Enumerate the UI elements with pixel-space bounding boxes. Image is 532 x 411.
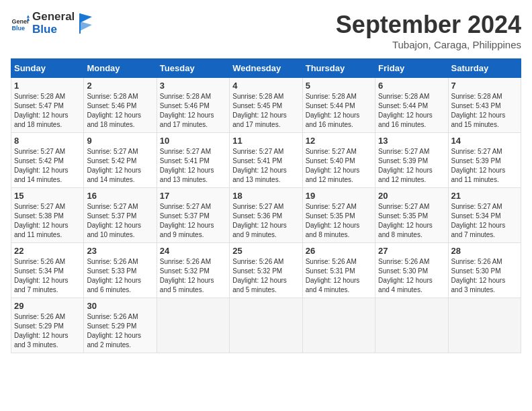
day-number: 5 (306, 81, 372, 91)
table-row: 4Sunrise: 5:28 AMSunset: 5:45 PMDaylight… (230, 78, 302, 133)
table-row: 2Sunrise: 5:28 AMSunset: 5:46 PMDaylight… (84, 78, 157, 133)
logo-general-text: General (32, 11, 75, 24)
day-info: Sunrise: 5:26 AMSunset: 5:29 PMDaylight:… (14, 312, 81, 350)
day-number: 2 (87, 81, 153, 91)
table-row: 28Sunrise: 5:26 AMSunset: 5:30 PMDayligh… (448, 243, 521, 298)
day-info: Sunrise: 5:27 AMSunset: 5:38 PMDaylight:… (14, 202, 81, 240)
col-saturday: Saturday (448, 59, 521, 78)
table-row (230, 298, 302, 353)
day-info: Sunrise: 5:26 AMSunset: 5:34 PMDaylight:… (14, 257, 81, 295)
table-row: 24Sunrise: 5:26 AMSunset: 5:32 PMDayligh… (157, 243, 229, 298)
day-number: 13 (378, 136, 445, 146)
day-info: Sunrise: 5:28 AMSunset: 5:43 PMDaylight:… (451, 92, 518, 130)
table-row: 12Sunrise: 5:27 AMSunset: 5:40 PMDayligh… (302, 133, 375, 188)
table-row: 14Sunrise: 5:27 AMSunset: 5:39 PMDayligh… (448, 133, 521, 188)
day-number: 28 (451, 246, 518, 256)
day-info: Sunrise: 5:28 AMSunset: 5:46 PMDaylight:… (160, 92, 226, 130)
table-row: 25Sunrise: 5:26 AMSunset: 5:32 PMDayligh… (230, 243, 302, 298)
day-info: Sunrise: 5:26 AMSunset: 5:33 PMDaylight:… (87, 257, 153, 295)
logo-flag-icon (77, 13, 92, 34)
day-info: Sunrise: 5:28 AMSunset: 5:46 PMDaylight:… (87, 92, 153, 130)
day-info: Sunrise: 5:28 AMSunset: 5:44 PMDaylight:… (306, 92, 372, 130)
day-info: Sunrise: 5:26 AMSunset: 5:32 PMDaylight:… (232, 257, 299, 295)
day-number: 22 (14, 246, 81, 256)
svg-marker-2 (27, 15, 30, 17)
day-info: Sunrise: 5:27 AMSunset: 5:36 PMDaylight:… (232, 202, 299, 240)
day-info: Sunrise: 5:27 AMSunset: 5:39 PMDaylight:… (451, 147, 518, 185)
col-friday: Friday (375, 59, 448, 78)
day-number: 7 (451, 81, 518, 91)
table-row: 16Sunrise: 5:27 AMSunset: 5:37 PMDayligh… (84, 188, 157, 243)
day-info: Sunrise: 5:27 AMSunset: 5:35 PMDaylight:… (306, 202, 372, 240)
day-info: Sunrise: 5:27 AMSunset: 5:41 PMDaylight:… (160, 147, 226, 185)
day-number: 1 (14, 81, 81, 91)
logo-icon: General Blue (11, 14, 30, 33)
table-row: 30Sunrise: 5:26 AMSunset: 5:29 PMDayligh… (84, 298, 157, 353)
day-info: Sunrise: 5:28 AMSunset: 5:45 PMDaylight:… (232, 92, 299, 130)
table-row (375, 298, 448, 353)
table-row: 5Sunrise: 5:28 AMSunset: 5:44 PMDaylight… (302, 78, 375, 133)
table-row: 19Sunrise: 5:27 AMSunset: 5:35 PMDayligh… (302, 188, 375, 243)
day-number: 29 (14, 301, 81, 311)
day-info: Sunrise: 5:26 AMSunset: 5:30 PMDaylight:… (378, 257, 445, 295)
table-row: 13Sunrise: 5:27 AMSunset: 5:39 PMDayligh… (375, 133, 448, 188)
table-row: 11Sunrise: 5:27 AMSunset: 5:41 PMDayligh… (230, 133, 302, 188)
svg-marker-5 (80, 21, 92, 31)
day-number: 10 (160, 136, 226, 146)
day-number: 30 (87, 301, 153, 311)
day-info: Sunrise: 5:27 AMSunset: 5:34 PMDaylight:… (451, 202, 518, 240)
day-info: Sunrise: 5:27 AMSunset: 5:42 PMDaylight:… (87, 147, 153, 185)
table-row (302, 298, 375, 353)
svg-text:General: General (11, 18, 30, 25)
day-number: 4 (232, 81, 299, 91)
col-tuesday: Tuesday (157, 59, 229, 78)
table-row: 10Sunrise: 5:27 AMSunset: 5:41 PMDayligh… (157, 133, 229, 188)
calendar-row-2: 8Sunrise: 5:27 AMSunset: 5:42 PMDaylight… (11, 133, 521, 188)
day-info: Sunrise: 5:27 AMSunset: 5:42 PMDaylight:… (14, 147, 81, 185)
day-info: Sunrise: 5:26 AMSunset: 5:30 PMDaylight:… (451, 257, 518, 295)
day-number: 20 (378, 191, 445, 201)
day-number: 8 (14, 136, 81, 146)
day-info: Sunrise: 5:27 AMSunset: 5:35 PMDaylight:… (378, 202, 445, 240)
table-row: 23Sunrise: 5:26 AMSunset: 5:33 PMDayligh… (84, 243, 157, 298)
day-info: Sunrise: 5:28 AMSunset: 5:44 PMDaylight:… (378, 92, 445, 130)
header: General Blue General Blue September 2024… (11, 11, 521, 50)
table-row: 29Sunrise: 5:26 AMSunset: 5:29 PMDayligh… (11, 298, 84, 353)
day-number: 26 (306, 246, 372, 256)
day-info: Sunrise: 5:27 AMSunset: 5:39 PMDaylight:… (378, 147, 445, 185)
logo: General Blue General Blue (11, 11, 92, 36)
day-number: 21 (451, 191, 518, 201)
title-area: September 2024 Tubajon, Caraga, Philippi… (336, 11, 521, 50)
table-row: 18Sunrise: 5:27 AMSunset: 5:36 PMDayligh… (230, 188, 302, 243)
table-row: 8Sunrise: 5:27 AMSunset: 5:42 PMDaylight… (11, 133, 84, 188)
table-row: 26Sunrise: 5:26 AMSunset: 5:31 PMDayligh… (302, 243, 375, 298)
table-row: 17Sunrise: 5:27 AMSunset: 5:37 PMDayligh… (157, 188, 229, 243)
svg-text:Blue: Blue (11, 24, 25, 31)
table-row (448, 298, 521, 353)
table-row: 15Sunrise: 5:27 AMSunset: 5:38 PMDayligh… (11, 188, 84, 243)
table-row: 21Sunrise: 5:27 AMSunset: 5:34 PMDayligh… (448, 188, 521, 243)
day-number: 6 (378, 81, 445, 91)
table-row: 7Sunrise: 5:28 AMSunset: 5:43 PMDaylight… (448, 78, 521, 133)
day-number: 17 (160, 191, 226, 201)
calendar-header-row: Sunday Monday Tuesday Wednesday Thursday… (11, 59, 521, 78)
day-number: 24 (160, 246, 226, 256)
day-number: 16 (87, 191, 153, 201)
day-number: 11 (232, 136, 299, 146)
day-number: 19 (306, 191, 372, 201)
day-number: 27 (378, 246, 445, 256)
day-number: 18 (232, 191, 299, 201)
day-number: 3 (160, 81, 226, 91)
col-wednesday: Wednesday (230, 59, 302, 78)
logo-blue-text: Blue (32, 24, 75, 36)
day-number: 23 (87, 246, 153, 256)
table-row: 1Sunrise: 5:28 AMSunset: 5:47 PMDaylight… (11, 78, 84, 133)
svg-marker-4 (80, 13, 92, 23)
table-row: 3Sunrise: 5:28 AMSunset: 5:46 PMDaylight… (157, 78, 229, 133)
table-row: 20Sunrise: 5:27 AMSunset: 5:35 PMDayligh… (375, 188, 448, 243)
col-monday: Monday (84, 59, 157, 78)
day-number: 14 (451, 136, 518, 146)
day-info: Sunrise: 5:26 AMSunset: 5:32 PMDaylight:… (160, 257, 226, 295)
col-sunday: Sunday (11, 59, 84, 78)
month-title: September 2024 (336, 11, 521, 39)
